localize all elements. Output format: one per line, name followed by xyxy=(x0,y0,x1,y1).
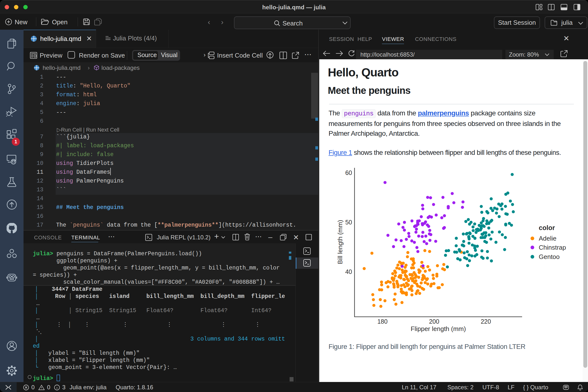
svg-text:220: 220 xyxy=(481,318,491,325)
svg-text:200: 200 xyxy=(429,318,439,325)
svg-text:Bill length (mm): Bill length (mm) xyxy=(336,220,344,264)
svg-text:Adelie: Adelie xyxy=(539,235,556,242)
svg-text:Gentoo: Gentoo xyxy=(539,253,560,260)
svg-text:40: 40 xyxy=(345,268,352,275)
svg-text:180: 180 xyxy=(377,318,388,325)
svg-text:60: 60 xyxy=(345,169,352,176)
svg-text:50: 50 xyxy=(345,219,352,226)
svg-text:Flipper length (mm): Flipper length (mm) xyxy=(410,325,466,332)
svg-text:color: color xyxy=(539,224,555,232)
svg-text:Chinstrap: Chinstrap xyxy=(539,244,566,251)
